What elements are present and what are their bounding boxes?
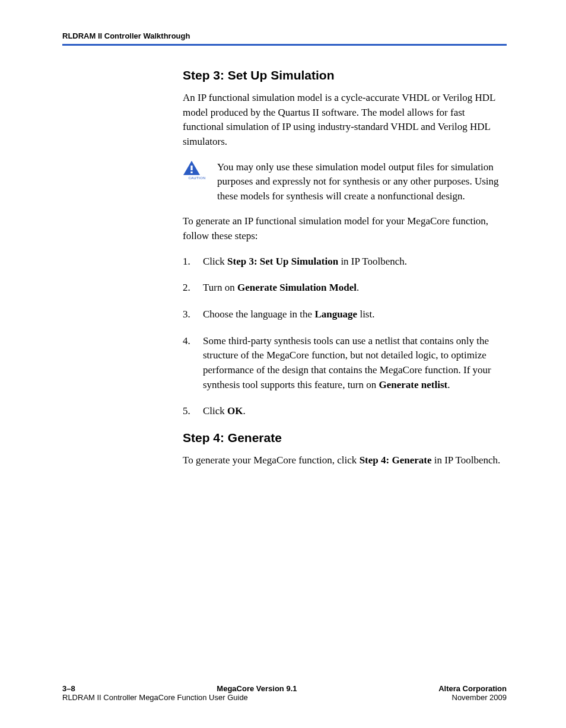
p-text: To generate your MegaCore function, clic…	[183, 454, 360, 466]
svg-rect-1	[190, 166, 192, 170]
step3-intro: An IP functional simulation model is a c…	[183, 91, 507, 150]
li-bold: Language	[314, 309, 357, 320]
li-text: .	[357, 282, 359, 293]
footer-page-num: 3–8	[62, 684, 75, 693]
li-text: in IP Toolbench.	[338, 256, 407, 267]
caution-text: You may only use these simulation model …	[217, 160, 507, 204]
page: RLDRAM II Controller Walkthrough Step 3:…	[0, 0, 566, 468]
step3-heading: Step 3: Set Up Simulation	[183, 68, 507, 82]
header-rule	[62, 44, 507, 46]
li-bold: Generate netlist	[379, 379, 448, 390]
caution-label: CAUTION	[183, 176, 211, 180]
running-head: RLDRAM II Controller Walkthrough	[62, 31, 507, 40]
caution-block: CAUTION You may only use these simulatio…	[183, 160, 507, 204]
li-bold: Generate Simulation Model	[237, 282, 357, 293]
p-text: in IP Toolbench.	[431, 454, 500, 466]
li-text: Click	[203, 256, 227, 267]
footer: 3–8 MegaCore Version 9.1 Altera Corporat…	[62, 684, 507, 702]
li-text: .	[243, 405, 246, 417]
step3-lead: To generate an IP functional simulation …	[183, 214, 507, 243]
step4-para: To generate your MegaCore function, clic…	[183, 453, 507, 468]
p-bold: Step 4: Generate	[360, 454, 432, 466]
footer-date: November 2009	[452, 693, 507, 702]
list-item: Choose the language in the Language list…	[183, 307, 507, 322]
list-item: Click Step 3: Set Up Simulation in IP To…	[183, 255, 507, 269]
li-text: Choose the language in the	[203, 309, 314, 320]
step4-heading: Step 4: Generate	[183, 431, 507, 445]
li-text: .	[447, 379, 450, 390]
main-content: Step 3: Set Up Simulation An IP function…	[183, 68, 507, 468]
li-text: Turn on	[203, 282, 237, 293]
svg-rect-2	[190, 171, 192, 173]
li-bold: OK	[227, 405, 243, 417]
list-item: Click OK.	[183, 404, 507, 419]
li-text: list.	[357, 309, 374, 320]
caution-icon: CAUTION	[183, 160, 211, 180]
li-bold: Step 3: Set Up Simulation	[227, 256, 338, 267]
footer-center-title: MegaCore Version 9.1	[75, 684, 438, 693]
list-item: Turn on Generate Simulation Model.	[183, 281, 507, 295]
footer-doc-title: RLDRAM II Controller MegaCore Function U…	[62, 693, 248, 702]
list-item: Some third-party synthesis tools can use…	[183, 334, 507, 393]
footer-company: Altera Corporation	[438, 684, 507, 693]
step3-list: Click Step 3: Set Up Simulation in IP To…	[183, 255, 507, 419]
li-text: Click	[203, 405, 227, 417]
